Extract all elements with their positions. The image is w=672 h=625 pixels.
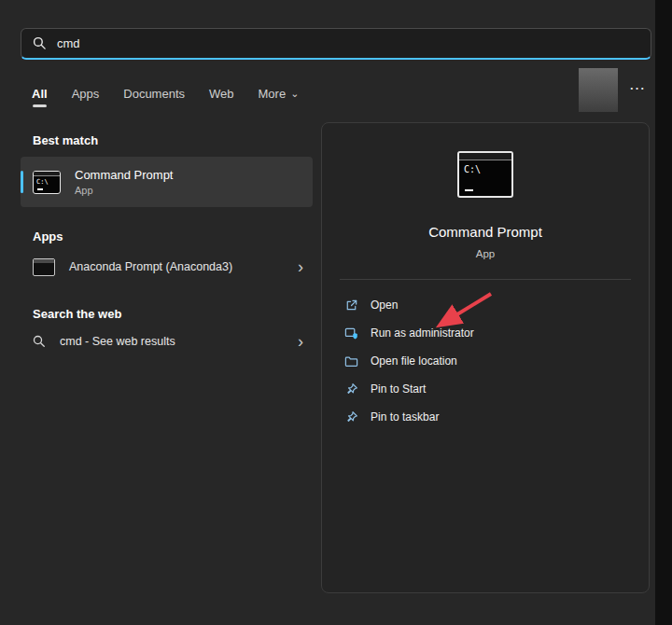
search-filter-tabs: All Apps Documents Web More ⌄ [32, 82, 299, 104]
tab-web[interactable]: Web [209, 87, 234, 101]
pin-icon [344, 410, 358, 424]
more-options-button[interactable]: … [623, 75, 651, 97]
anaconda-prompt-icon [33, 258, 55, 276]
action-label: Pin to taskbar [371, 410, 439, 424]
selection-accent-bar [21, 171, 23, 193]
search-input[interactable] [57, 36, 639, 50]
search-icon [33, 36, 47, 50]
search-icon [33, 335, 46, 348]
tab-apps[interactable]: Apps [72, 87, 100, 101]
tab-more-label: More [259, 87, 287, 101]
search-bar[interactable] [21, 28, 651, 60]
preview-panel: C:\ Command Prompt App Open Run as ad [321, 122, 650, 593]
chevron-right-icon: › [298, 258, 303, 275]
shield-admin-icon [344, 326, 358, 340]
preview-title: Command Prompt [428, 224, 542, 240]
open-icon [344, 299, 358, 312]
windows-search-panel: All Apps Documents Web More ⌄ … Best mat… [0, 0, 655, 625]
gray-placeholder-tile [579, 68, 618, 112]
results-column: Best match C:\ Command Prompt App Apps A… [21, 122, 313, 358]
best-match-subtitle: App [75, 185, 173, 196]
action-label: Open [371, 299, 398, 312]
list-item-label: cmd - See web results [60, 335, 175, 348]
list-item-web-search[interactable]: cmd - See web results › [21, 325, 313, 358]
chevron-right-icon: › [298, 333, 303, 350]
chevron-down-icon: ⌄ [290, 89, 299, 99]
divider [340, 279, 631, 280]
action-list: Open Run as administrator Open file loca… [340, 291, 631, 431]
section-heading-best-match: Best match [21, 133, 313, 147]
command-prompt-icon: C:\ [33, 171, 61, 194]
action-open-file-location[interactable]: Open file location [340, 347, 631, 375]
pin-icon [344, 382, 358, 396]
action-open[interactable]: Open [340, 291, 631, 319]
action-label: Run as administrator [371, 326, 474, 340]
desktop-edge-strip [655, 0, 672, 625]
action-label: Open file location [371, 354, 457, 368]
best-match-title: Command Prompt [75, 168, 173, 182]
action-run-as-administrator[interactable]: Run as administrator [340, 319, 631, 347]
section-heading-search-web: Search the web [21, 307, 313, 321]
action-pin-to-taskbar[interactable]: Pin to taskbar [340, 403, 631, 431]
preview-subtitle: App [476, 248, 495, 259]
best-match-text: Command Prompt App [75, 168, 173, 196]
tab-documents[interactable]: Documents [123, 87, 185, 101]
folder-icon [344, 354, 358, 368]
list-item-label: Anaconda Prompt (Anaconda3) [69, 260, 232, 273]
action-pin-to-start[interactable]: Pin to Start [340, 375, 631, 403]
tab-more[interactable]: More ⌄ [259, 87, 300, 101]
best-match-result[interactable]: C:\ Command Prompt App [21, 157, 313, 207]
command-prompt-icon-large: C:\ [457, 151, 513, 198]
tab-all[interactable]: All [32, 87, 48, 101]
list-item-anaconda-prompt[interactable]: Anaconda Prompt (Anaconda3) › [21, 249, 313, 285]
action-label: Pin to Start [371, 382, 426, 396]
section-heading-apps: Apps [21, 229, 313, 243]
